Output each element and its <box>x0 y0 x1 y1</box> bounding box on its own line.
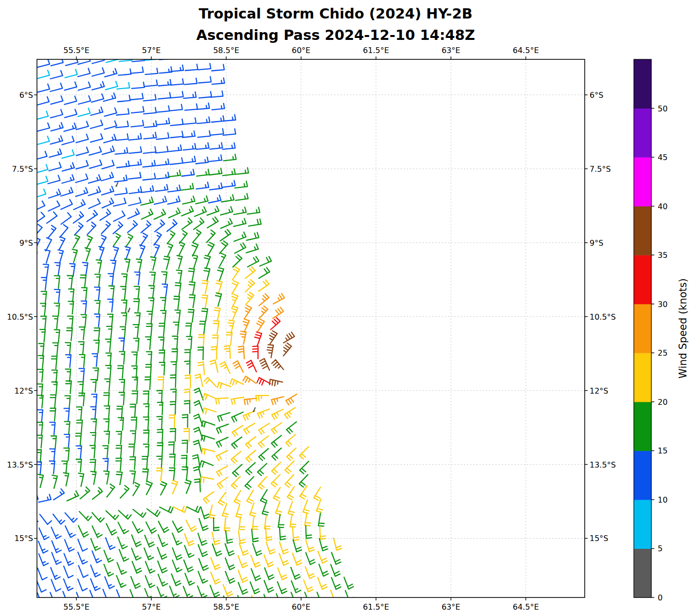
wind-barb <box>218 492 226 506</box>
wind-barb <box>277 582 287 594</box>
wind-barb <box>134 338 139 351</box>
wind-barb <box>145 589 154 600</box>
wind-barb <box>62 461 67 474</box>
wind-barb <box>235 194 248 200</box>
wind-barb <box>119 338 125 351</box>
wind-barb <box>116 432 122 444</box>
wind-barb <box>53 316 58 329</box>
wind-barb <box>117 161 129 168</box>
wind-barb <box>144 444 149 457</box>
wind-barb <box>170 375 176 388</box>
wind-barb <box>171 65 183 72</box>
wind-barb <box>202 280 208 293</box>
wind-barb <box>25 555 35 567</box>
wind-barb <box>108 273 113 286</box>
wind-barb <box>62 175 74 183</box>
wind-barb <box>172 52 184 58</box>
wind-barb <box>39 528 49 540</box>
wind-barb <box>272 409 284 419</box>
wind-barb <box>182 467 188 480</box>
wind-barb <box>157 587 166 598</box>
wind-barb <box>271 474 280 487</box>
wind-barb <box>159 79 171 86</box>
wind-barb <box>182 196 195 204</box>
wind-barb <box>270 318 280 330</box>
wind-barb <box>129 444 134 457</box>
wind-barb <box>117 576 126 587</box>
wind-barb <box>223 115 236 121</box>
wind-barb <box>65 82 77 90</box>
wind-barb <box>264 595 273 606</box>
wind-barb <box>225 558 234 570</box>
wind-barb <box>184 78 197 85</box>
wind-barb <box>198 533 207 545</box>
wind-barb <box>50 607 59 615</box>
wind-barb <box>159 324 165 336</box>
wind-barb <box>184 429 189 441</box>
wind-barb <box>26 370 32 383</box>
y-tick-label-right: 12°S <box>590 386 609 395</box>
wind-barb <box>233 255 242 267</box>
wind-barb <box>116 134 128 140</box>
wind-barb <box>320 539 328 551</box>
wind-barb <box>130 457 135 470</box>
wind-barb <box>344 577 353 589</box>
wind-barb <box>179 231 187 243</box>
wind-barb <box>306 553 315 564</box>
wind-barb <box>141 197 153 205</box>
wind-barb <box>272 360 284 369</box>
wind-barb <box>118 537 127 549</box>
wind-barb <box>38 494 51 502</box>
colorbar-tick-label: 35 <box>658 251 667 260</box>
colorbar-segment <box>634 304 651 353</box>
wind-barb <box>90 433 96 445</box>
wind-barb <box>243 319 250 332</box>
y-tick-label-left: 9°S <box>0 238 33 247</box>
wind-barb <box>90 565 100 577</box>
wind-barb <box>158 574 167 586</box>
wind-barb <box>50 83 62 91</box>
wind-barb <box>214 518 219 531</box>
wind-barb <box>76 161 88 169</box>
figure: Tropical Storm Chido (2024) HY-2B Ascend… <box>0 0 700 615</box>
wind-barb <box>209 155 222 162</box>
wind-barb <box>306 540 315 552</box>
wind-barb <box>223 129 236 135</box>
colorbar-tick-label: 15 <box>658 446 667 455</box>
wind-barb <box>132 55 145 62</box>
wind-barb <box>102 221 110 234</box>
wind-barb <box>91 471 96 485</box>
wind-barb <box>157 468 162 481</box>
wind-barb <box>128 172 141 179</box>
wind-barb <box>223 181 235 187</box>
wind-barb <box>273 488 280 501</box>
wind-barb <box>259 423 269 434</box>
wind-barb <box>246 244 258 253</box>
wind-barb <box>179 242 185 255</box>
wind-barb <box>194 467 201 479</box>
wind-barb <box>23 582 32 594</box>
wind-barb <box>230 379 243 385</box>
wind-barb <box>87 210 98 221</box>
wind-barb <box>219 253 226 266</box>
y-tick-label-right: 7.5°S <box>590 164 611 173</box>
wind-barb <box>236 505 242 518</box>
wind-barb <box>64 96 76 105</box>
wind-barb <box>34 224 42 237</box>
wind-barb <box>28 330 33 343</box>
wind-barb <box>183 586 193 598</box>
wind-barb <box>119 510 131 519</box>
wind-barb <box>317 592 326 604</box>
wind-barb <box>169 145 181 151</box>
wind-barb <box>271 462 281 474</box>
wind-barb <box>23 411 29 423</box>
wind-barb <box>167 244 173 257</box>
wind-barb <box>107 484 115 497</box>
wind-barb <box>318 551 327 563</box>
wind-barb <box>79 327 85 340</box>
wind-barb <box>118 95 130 102</box>
wind-barb <box>38 344 44 356</box>
wind-barb <box>185 361 190 374</box>
wind-barb <box>287 448 296 460</box>
wind-barb <box>276 501 282 514</box>
